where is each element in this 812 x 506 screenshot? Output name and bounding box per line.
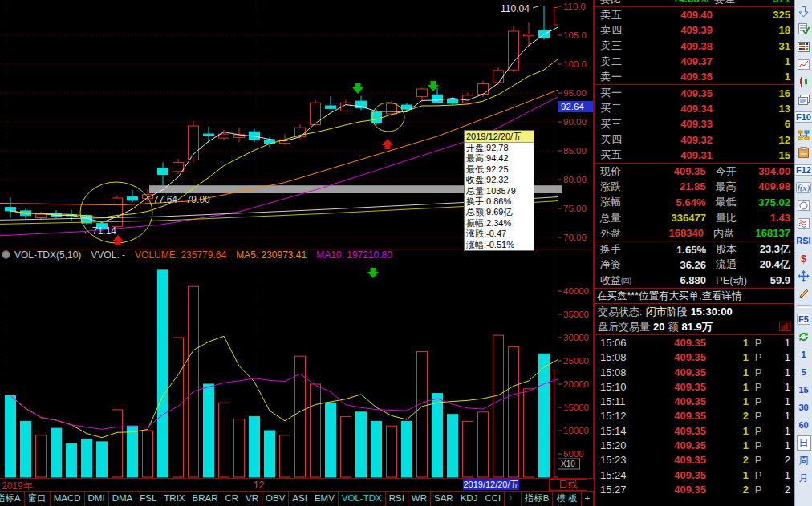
- tab-FSL[interactable]: FSL: [136, 492, 160, 506]
- after-hours-row[interactable]: 盘后交易量 20 额 81.9万: [595, 319, 794, 334]
- period-15[interactable]: 15: [798, 383, 808, 396]
- quote-grid-icon[interactable]: [798, 40, 810, 53]
- tab-SAR[interactable]: SAR: [431, 492, 457, 506]
- big-order-alert[interactable]: 在买盘***位置有大买单,查看详情: [595, 288, 794, 304]
- bid-row[interactable]: 买二409.3413: [595, 101, 794, 116]
- fx-button[interactable]: f(x): [796, 181, 811, 194]
- svg-text:92.64: 92.64: [561, 102, 584, 111]
- svg-text:15000: 15000: [563, 403, 589, 412]
- tab-模 板[interactable]: 模 板: [553, 492, 581, 506]
- tab-+[interactable]: +: [582, 492, 594, 506]
- period-week[interactable]: 周: [799, 454, 809, 467]
- tab-OBV[interactable]: OBV: [262, 492, 289, 506]
- circle-tool-icon[interactable]: [798, 199, 810, 212]
- kline-icon[interactable]: [798, 75, 810, 88]
- tab-TRIX[interactable]: TRIX: [160, 492, 189, 506]
- tab-RSI[interactable]: RSI: [386, 492, 408, 506]
- ask-row[interactable]: 卖四409.3918: [595, 22, 794, 38]
- report-icon[interactable]: [798, 22, 810, 35]
- tab-WR[interactable]: WR: [408, 492, 431, 506]
- period-label[interactable]: 日线: [549, 479, 587, 491]
- volume-indicator-header[interactable]: VOL-TDX(5,10)VVOL: -VOLUME: 235779.64MA5…: [2, 249, 592, 261]
- tab-BRAR[interactable]: BRAR: [189, 492, 222, 506]
- mini-bar-chart-icon[interactable]: [779, 322, 790, 334]
- ask-row[interactable]: 卖五409.40325: [595, 7, 794, 22]
- wave-icon[interactable]: [798, 217, 810, 229]
- ask-row[interactable]: 卖三409.3831: [595, 38, 794, 54]
- svg-text:95.00: 95.00: [563, 88, 587, 98]
- time-axis-row[interactable]: 2019年 12 2019/12/20/五 日线: [0, 479, 594, 491]
- status-label: 交易状态:: [595, 305, 643, 319]
- ask-row[interactable]: 卖二409.371: [595, 54, 794, 69]
- f5-button[interactable]: F5: [797, 313, 810, 326]
- svg-text:110.0: 110.0: [563, 2, 586, 11]
- volume-value: VOLUME: 235779.64: [135, 249, 226, 261]
- tab-窗口[interactable]: 窗口: [25, 492, 51, 506]
- f12-button[interactable]: F12: [794, 164, 812, 176]
- tab-指标A[interactable]: 指标A: [0, 492, 25, 506]
- quote-panel: 委比 +4.68% 委差 371 卖五409.40325卖四409.3918卖三…: [594, 0, 794, 506]
- trade-row[interactable]: 15:06409.351P1: [595, 335, 794, 350]
- period-day[interactable]: 日: [797, 436, 811, 449]
- ma10-value: MA10: 197210.80: [316, 249, 392, 261]
- tooltip-row: 最低:92.25: [465, 164, 534, 175]
- bid-row[interactable]: 买五409.3115: [595, 148, 794, 163]
- period-1[interactable]: 1: [801, 348, 806, 361]
- period-60[interactable]: 60: [798, 419, 808, 431]
- tab-KDJ[interactable]: KDJ: [457, 492, 482, 506]
- period-month[interactable]: 月: [799, 472, 809, 484]
- bid-row[interactable]: 买一409.3516: [595, 85, 794, 100]
- selected-date-label: 2019/12/20/五: [463, 479, 519, 490]
- bid-row[interactable]: 买四409.3212: [595, 132, 794, 147]
- svg-text:←71.14: ←71.14: [83, 225, 116, 237]
- trade-row[interactable]: 15:23409.352P2: [595, 453, 794, 468]
- svg-text:80.00: 80.00: [563, 175, 587, 184]
- tab-DMA[interactable]: DMA: [109, 492, 137, 506]
- svg-text:110.04: 110.04: [501, 3, 530, 14]
- tab-EMV[interactable]: EMV: [311, 492, 339, 506]
- rsi-button[interactable]: RSI: [796, 234, 810, 247]
- trade-row[interactable]: 15:12409.352P1: [595, 409, 794, 423]
- trade-row[interactable]: 15:11409.351P1: [595, 395, 794, 409]
- bid-row[interactable]: 买三409.336: [595, 116, 794, 132]
- refresh-icon[interactable]: [798, 330, 810, 343]
- tab-CCI[interactable]: CCI: [481, 492, 505, 506]
- tab-CR[interactable]: CR: [221, 492, 242, 506]
- trade-row[interactable]: 15:08409.351P1: [595, 350, 794, 365]
- tab-VR[interactable]: VR: [242, 492, 262, 506]
- ask-levels: 卖五409.40325卖四409.3918卖三409.3831卖二409.371…: [595, 7, 794, 84]
- svg-text:105.0: 105.0: [563, 30, 587, 40]
- pencil-icon[interactable]: [798, 287, 810, 300]
- trend-line-icon[interactable]: [798, 58, 810, 71]
- period-30[interactable]: 30: [798, 401, 808, 414]
- trade-row[interactable]: 15:24409.351P1: [595, 468, 794, 482]
- after-hours-amount-label: 额: [664, 320, 678, 334]
- trade-row[interactable]: 15:10409.351P1: [595, 379, 794, 394]
- stat-row: 外盘168340内盘168137: [595, 225, 794, 241]
- money-icon[interactable]: $: [801, 252, 806, 265]
- trade-row[interactable]: 15:20409.351P1: [595, 438, 794, 452]
- period-5[interactable]: 5: [801, 366, 806, 378]
- f10-button[interactable]: F10: [794, 111, 812, 123]
- divider: [797, 305, 811, 308]
- tab-指标B[interactable]: 指标B: [522, 492, 554, 506]
- ask-row[interactable]: 卖一409.361: [595, 69, 794, 84]
- tree-icon[interactable]: [798, 128, 810, 141]
- info-pages-icon[interactable]: [798, 93, 810, 106]
- arrow-down-icon[interactable]: [798, 5, 810, 18]
- tab-ASI[interactable]: ASI: [289, 492, 311, 506]
- trade-row[interactable]: 15:27409.352P2: [595, 482, 794, 496]
- after-hours-count: 20: [650, 321, 664, 333]
- trade-row[interactable]: 15:08409.351P1: [595, 365, 794, 379]
- tab-DMI[interactable]: DMI: [85, 492, 109, 506]
- tab-VOL-TDX[interactable]: VOL-TDX: [339, 492, 386, 506]
- tab-〉[interactable]: 〉: [505, 492, 522, 506]
- tab-MACD[interactable]: MACD: [51, 492, 85, 506]
- trade-row[interactable]: 15:14409.351P1: [595, 423, 794, 438]
- move-icon[interactable]: [798, 269, 810, 282]
- tooltip-row: 总量:103579: [465, 186, 534, 196]
- price-stats: 现价409.35今开394.00涨跌21.85最高409.98涨幅5.64%最低…: [595, 164, 794, 241]
- stat-row: 净资36.26流通20.4亿: [595, 257, 794, 273]
- notes-icon[interactable]: [798, 146, 809, 159]
- axis-month-label: 12: [254, 480, 264, 491]
